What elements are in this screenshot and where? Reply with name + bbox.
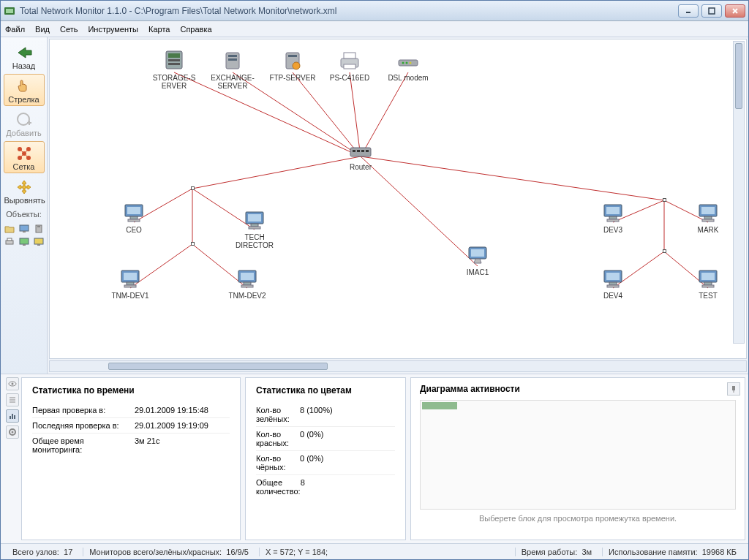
tab-eye[interactable] <box>6 377 19 390</box>
green-value: 8 (100%) <box>300 406 395 423</box>
svg-rect-110 <box>732 386 735 390</box>
activity-chart[interactable] <box>420 400 736 510</box>
scroll-thumb[interactable] <box>108 363 328 370</box>
junction-handle[interactable] <box>663 198 666 202</box>
junction-handle[interactable] <box>191 242 195 246</box>
canvas-hscrollbar[interactable] <box>49 360 747 372</box>
server-icon <box>280 50 305 72</box>
monitor-icon[interactable] <box>18 223 31 235</box>
titlebar: Total Network Monitor 1.1.0 - C:\Program… <box>1 1 748 21</box>
printer-icon[interactable] <box>3 236 16 248</box>
node-dev4[interactable]: DEV4 <box>584 268 642 300</box>
tab-settings[interactable] <box>6 425 19 439</box>
svg-rect-16 <box>20 225 29 231</box>
svg-rect-107 <box>14 415 15 419</box>
node-tech-director[interactable]: TECHDIRECTOR <box>225 209 284 249</box>
arrow-button[interactable]: Стрелка <box>4 74 45 106</box>
svg-rect-52 <box>288 55 297 57</box>
menu-view[interactable]: Вид <box>35 25 50 34</box>
back-button[interactable]: Назад <box>4 40 45 72</box>
node-printer[interactable]: PS-C416ED <box>320 50 379 83</box>
node-storage-server[interactable]: STORAGE-SERVER <box>145 50 203 90</box>
svg-point-53 <box>293 62 300 69</box>
svg-rect-56 <box>344 64 355 69</box>
node-tnm-dev1[interactable]: TNM-DEV1 <box>101 268 159 300</box>
maximize-button[interactable] <box>701 4 722 18</box>
svg-rect-20 <box>6 241 13 244</box>
svg-rect-17 <box>23 231 26 232</box>
network-map-canvas[interactable]: STORAGE-SERVER EXCHANGE-SERVER FTP-SERVE… <box>49 39 747 359</box>
node-imac1[interactable]: IMAC1 <box>448 244 507 277</box>
node-ftp-server[interactable]: FTP-SERVER <box>263 50 322 83</box>
activity-box: Диаграмма активности Выберете блок для п… <box>410 377 745 540</box>
svg-rect-91 <box>702 219 714 222</box>
total-count-label: Общее количество: <box>256 478 301 496</box>
status-uptime-label: Время работы: <box>522 548 578 556</box>
node-tnm-dev2[interactable]: TNM-DEV2 <box>218 268 276 300</box>
bottom-panel: Статистика по времени Первая проверка в:… <box>1 374 748 543</box>
tab-list[interactable] <box>6 393 19 406</box>
canvas-vscrollbar[interactable] <box>733 41 745 344</box>
node-ceo[interactable]: CEO <box>105 202 163 235</box>
svg-rect-47 <box>168 63 180 65</box>
svg-rect-69 <box>128 219 140 222</box>
object-palette <box>3 223 45 248</box>
node-exchange-server[interactable]: EXCHANGE-SERVER <box>203 50 262 90</box>
server-icon[interactable] <box>32 223 45 235</box>
menu-help[interactable]: Справка <box>180 25 211 34</box>
node-dsl-modem[interactable]: DSL modem <box>379 50 437 83</box>
computer-icon <box>235 268 260 290</box>
activity-heading: Диаграмма активности <box>420 384 736 394</box>
minimize-button[interactable] <box>678 4 699 18</box>
svg-rect-94 <box>609 282 617 285</box>
tab-stats[interactable] <box>6 409 19 423</box>
node-label: IMAC1 <box>448 269 507 277</box>
menu-network[interactable]: Сеть <box>60 25 78 34</box>
node-label: DSL modem <box>379 75 437 83</box>
align-arrows-icon <box>16 179 32 195</box>
align-button[interactable]: Выровнять <box>4 175 45 207</box>
pin-button[interactable] <box>727 382 740 396</box>
menu-map[interactable]: Карта <box>148 25 170 34</box>
server-icon <box>220 50 245 72</box>
grid-button[interactable]: Сетка <box>4 141 45 173</box>
menu-tools[interactable]: Инструменты <box>88 25 138 34</box>
node-label: MARK <box>679 227 737 235</box>
svg-rect-80 <box>244 282 251 285</box>
add-button[interactable]: Добавить <box>4 107 45 140</box>
status-mem-label: Использование памяти: <box>609 548 698 556</box>
node-dev3[interactable]: DEV3 <box>584 202 642 235</box>
monitor-yellow-icon[interactable] <box>32 236 45 248</box>
node-label: TNM-DEV2 <box>218 292 276 300</box>
node-test[interactable]: TEST <box>679 268 737 300</box>
svg-rect-63 <box>357 150 360 152</box>
folder-icon[interactable] <box>3 223 16 235</box>
node-label: CEO <box>105 227 163 235</box>
window-title: Total Network Monitor 1.1.0 - C:\Program… <box>20 6 336 16</box>
svg-point-60 <box>410 62 412 64</box>
svg-rect-72 <box>251 224 258 227</box>
time-stats-heading: Статистика по времени <box>32 385 230 396</box>
close-button[interactable] <box>725 4 745 18</box>
status-monitors-label: Мониторов всего/зелёных/красных: <box>89 548 222 556</box>
menu-file[interactable]: Файл <box>5 25 25 34</box>
svg-rect-98 <box>704 282 712 285</box>
junction-handle[interactable] <box>191 186 195 190</box>
eye-icon <box>8 379 17 388</box>
node-label: Router <box>331 164 390 172</box>
junction-handle[interactable] <box>663 249 666 253</box>
svg-rect-93 <box>606 273 620 280</box>
monitor-green-icon[interactable] <box>18 236 31 248</box>
black-value: 0 (0%) <box>300 454 395 472</box>
computer-icon <box>696 202 720 224</box>
chart-icon <box>8 412 17 420</box>
back-label: Назад <box>4 61 44 70</box>
svg-rect-106 <box>12 414 13 419</box>
menubar: Файл Вид Сеть Инструменты Карта Справка <box>1 21 748 37</box>
node-mark[interactable]: MARK <box>679 202 737 235</box>
svg-rect-24 <box>34 238 43 244</box>
activity-bar <box>422 402 457 409</box>
scroll-thumb[interactable] <box>735 43 742 109</box>
first-check-label: Первая проверка в: <box>32 406 135 415</box>
node-router[interactable]: Router <box>331 142 390 172</box>
